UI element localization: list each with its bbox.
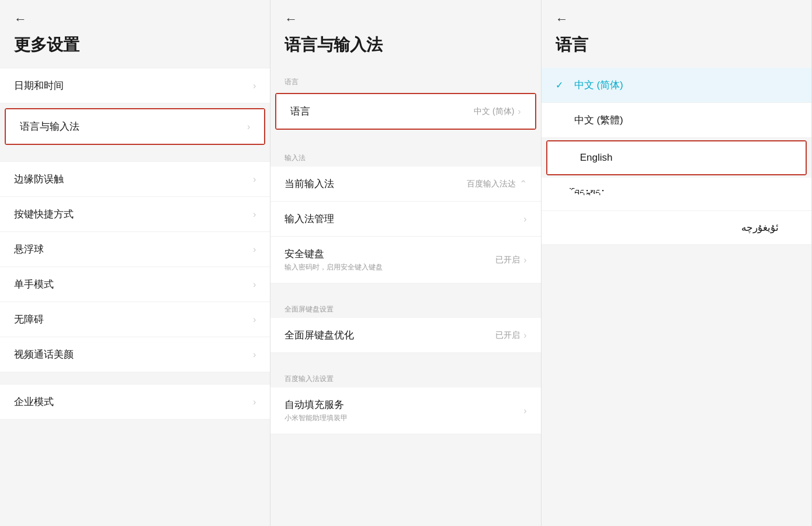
video-beauty-chevron-icon: ›: [253, 349, 256, 360]
panel1-content: 日期和时间 › 语言与输入法 ›: [0, 68, 270, 526]
zh-hant-label: 中文 (繁體): [574, 113, 623, 127]
ime-manage-label: 输入法管理: [284, 212, 334, 226]
enterprise-label: 企业模式: [14, 395, 54, 409]
current-ime-value: 百度输入法达: [467, 179, 516, 189]
current-ime-expand-icon: ⌃: [519, 178, 527, 189]
fullscreen-keyboard-value: 已开启: [495, 330, 520, 341]
edge-touch-label: 边缘防误触: [14, 172, 64, 186]
fullscreen-keyboard-chevron-icon: ›: [523, 330, 526, 341]
ime-manage-chevron-icon: ›: [523, 214, 526, 224]
one-hand-label: 单手模式: [14, 278, 54, 291]
datetime-chevron-icon: ›: [253, 81, 256, 91]
zh-hans-check-icon: ✓: [556, 79, 567, 91]
button-shortcut-chevron-icon: ›: [253, 209, 256, 220]
one-hand-chevron-icon: ›: [253, 279, 256, 290]
panel-language-input: ← 语言与输入法 语言 语言 中文 (简体) › 输入法 当前输入法: [270, 0, 541, 526]
list-item-fullscreen-keyboard[interactable]: 全面屏键盘优化 已开启 ›: [270, 318, 540, 353]
accessibility-label: 无障碍: [14, 313, 44, 326]
list-item-video-beauty[interactable]: 视频通话美颜 ›: [0, 337, 270, 372]
video-beauty-label: 视频通话美颜: [14, 348, 74, 361]
panel1-group3: 企业模式 ›: [0, 384, 270, 420]
panel2-divider1: [270, 132, 540, 144]
panel2-content: 语言 语言 中文 (简体) › 输入法 当前输入法 百度输入法达 ⌃: [270, 68, 540, 526]
panel1-title: 更多设置: [14, 34, 256, 56]
panel-more-settings: ← 更多设置 日期和时间 › 语言与输入法 ›: [0, 0, 270, 526]
list-item-current-ime[interactable]: 当前输入法 百度输入法达 ⌃: [270, 167, 540, 202]
list-item-floating-ball[interactable]: 悬浮球 ›: [0, 232, 270, 267]
panel2-fullscreen-section-label: 全面屏键盘设置: [270, 295, 540, 318]
lang-item-uyghur[interactable]: ✓ ئۇيغۇرچە: [542, 211, 811, 245]
accessibility-chevron-icon: ›: [253, 314, 256, 325]
zh-hans-label: 中文 (简体): [574, 78, 623, 92]
panel3-header: ← 语言: [542, 0, 811, 68]
panel1-divider2: [0, 372, 270, 384]
language-input-chevron-icon: ›: [247, 122, 250, 132]
datetime-label: 日期和时间: [14, 79, 64, 92]
panel2-input-section-label: 输入法: [270, 144, 540, 167]
secure-keyboard-value: 已开启: [495, 255, 520, 265]
panel1-group1: 日期和时间 › 语言与输入法 ›: [0, 68, 270, 145]
list-item-enterprise[interactable]: 企业模式 ›: [0, 384, 270, 420]
panel2-back-button[interactable]: ←: [284, 12, 526, 27]
panel3-content: ✓ 中文 (简体) ✓ 中文 (繁體) ✓ English ✓ བོད་སྐད་…: [542, 68, 811, 526]
panel1-group2: 边缘防误触 › 按键快捷方式 › 悬浮球 ›: [0, 161, 270, 372]
panel2-header: ← 语言与输入法: [270, 0, 540, 68]
button-shortcut-label: 按键快捷方式: [14, 207, 74, 221]
panel1-back-button[interactable]: ←: [14, 12, 256, 27]
tibetan-label: བོད་སྐད་: [574, 188, 606, 200]
lang-item-zh-hant[interactable]: ✓ 中文 (繁體): [542, 103, 811, 138]
enterprise-chevron-icon: ›: [253, 397, 256, 407]
current-ime-label: 当前输入法: [284, 177, 334, 191]
list-item-datetime[interactable]: 日期和时间 ›: [0, 68, 270, 103]
list-item-ime-manage[interactable]: 输入法管理 ›: [270, 202, 540, 237]
lang-item-zh-hans[interactable]: ✓ 中文 (简体): [542, 68, 811, 103]
uyghur-label: ئۇيغۇرچە: [741, 222, 779, 234]
panel2-title: 语言与输入法: [284, 34, 526, 56]
autofill-subtitle: 小米智能助理填装甲: [284, 413, 348, 423]
english-label: English: [580, 152, 613, 164]
floating-ball-label: 悬浮球: [14, 243, 44, 256]
english-highlight-wrapper: ✓ English: [546, 140, 807, 175]
panel2-ai-section-label: 百度输入法设置: [270, 365, 540, 387]
list-item-one-hand[interactable]: 单手模式 ›: [0, 267, 270, 302]
panel-language: ← 语言 ✓ 中文 (简体) ✓ 中文 (繁體) ✓ English ✓ བོད…: [542, 0, 812, 526]
language-input-label: 语言与输入法: [20, 120, 79, 133]
uyghur-check-icon: ✓: [779, 222, 790, 233]
secure-keyboard-label: 安全键盘: [284, 247, 383, 261]
list-item-edge-touch[interactable]: 边缘防误触 ›: [0, 161, 270, 197]
language-item-label: 语言: [290, 105, 310, 118]
panel2-divider3: [270, 353, 540, 365]
lang-item-tibetan[interactable]: ✓ བོད་སྐད་: [542, 178, 811, 211]
secure-keyboard-subtitle: 输入密码时，启用安全键入键盘: [284, 262, 383, 272]
language-input-highlight-wrapper: 语言与输入法 ›: [5, 108, 265, 145]
panel3-back-button[interactable]: ←: [556, 12, 797, 27]
panel3-title: 语言: [556, 34, 797, 56]
list-item-secure-keyboard[interactable]: 安全键盘 输入密码时，启用安全键入键盘 已开启 ›: [270, 237, 540, 283]
english-check-icon: ✓: [561, 153, 573, 164]
language-item-value: 中文 (简体): [474, 106, 514, 117]
floating-ball-chevron-icon: ›: [253, 244, 256, 255]
autofill-label: 自动填充服务: [284, 398, 348, 411]
lang-item-english[interactable]: ✓ English: [547, 141, 806, 174]
panel2-divider2: [270, 283, 540, 295]
language-item-chevron-icon: ›: [518, 106, 520, 117]
zh-hant-check-icon: ✓: [556, 115, 567, 126]
list-item-language-input[interactable]: 语言与输入法 ›: [6, 109, 264, 144]
fullscreen-keyboard-label: 全面屏键盘优化: [284, 328, 354, 342]
tibetan-check-icon: ✓: [556, 189, 567, 200]
panel1-divider1: [0, 150, 270, 161]
list-item-button-shortcut[interactable]: 按键快捷方式 ›: [0, 197, 270, 232]
list-item-autofill[interactable]: 自动填充服务 小米智能助理填装甲 ›: [270, 387, 540, 434]
edge-touch-chevron-icon: ›: [253, 174, 256, 185]
panel1-header: ← 更多设置: [0, 0, 270, 68]
list-item-language[interactable]: 语言 中文 (简体) ›: [276, 94, 535, 129]
autofill-chevron-icon: ›: [523, 406, 526, 416]
list-item-accessibility[interactable]: 无障碍 ›: [0, 302, 270, 337]
panel2-language-section-label: 语言: [270, 68, 540, 91]
language-item-highlight-wrapper: 语言 中文 (简体) ›: [275, 93, 536, 130]
secure-keyboard-chevron-icon: ›: [523, 255, 526, 265]
